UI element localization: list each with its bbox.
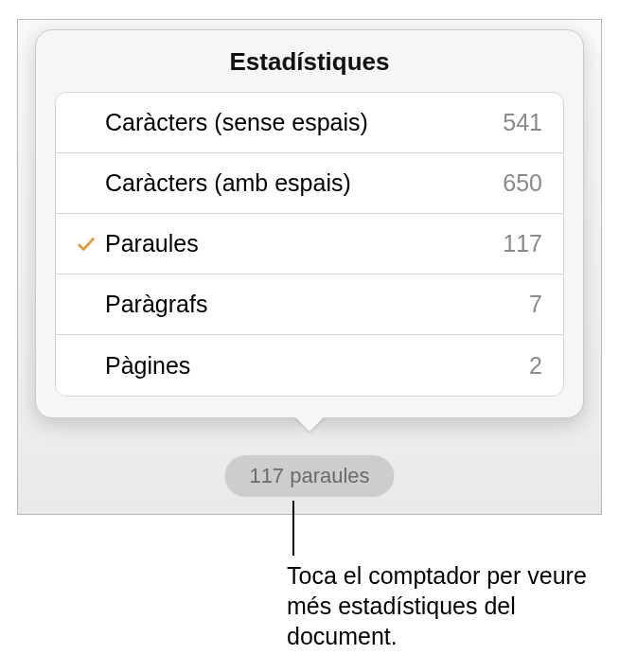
stat-row-chars-no-spaces[interactable]: Caràcters (sense espais) 541 bbox=[56, 93, 563, 153]
stat-value: 7 bbox=[529, 291, 542, 318]
callout-text: Toca el comptador per veure més estadíst… bbox=[287, 560, 599, 651]
popover-title: Estadístiques bbox=[55, 47, 564, 77]
stat-row-words[interactable]: Paraules 117 bbox=[56, 214, 563, 274]
stat-label: Caràcters (sense espais) bbox=[105, 109, 503, 136]
stat-value: 117 bbox=[503, 230, 542, 257]
stat-label: Pàgines bbox=[105, 352, 529, 380]
stat-label: Paràgrafs bbox=[105, 291, 529, 318]
document-canvas: Estadístiques Caràcters (sense espais) 5… bbox=[17, 19, 602, 515]
stat-value: 541 bbox=[503, 109, 542, 136]
word-count-pill[interactable]: 117 paraules bbox=[224, 455, 394, 497]
stat-row-chars-with-spaces[interactable]: Caràcters (amb espais) 650 bbox=[56, 153, 563, 214]
stat-value: 650 bbox=[503, 169, 542, 197]
stat-row-paragraphs[interactable]: Paràgrafs 7 bbox=[56, 274, 563, 335]
stat-label: Caràcters (amb espais) bbox=[105, 169, 503, 197]
stat-label: Paraules bbox=[105, 230, 503, 257]
statistics-table: Caràcters (sense espais) 541 Caràcters (… bbox=[55, 92, 564, 397]
stat-value: 2 bbox=[529, 352, 542, 380]
stat-row-pages[interactable]: Pàgines 2 bbox=[56, 335, 563, 396]
statistics-popover: Estadístiques Caràcters (sense espais) 5… bbox=[35, 29, 584, 418]
checkmark-icon bbox=[67, 234, 105, 255]
callout-leader-line bbox=[292, 501, 294, 556]
